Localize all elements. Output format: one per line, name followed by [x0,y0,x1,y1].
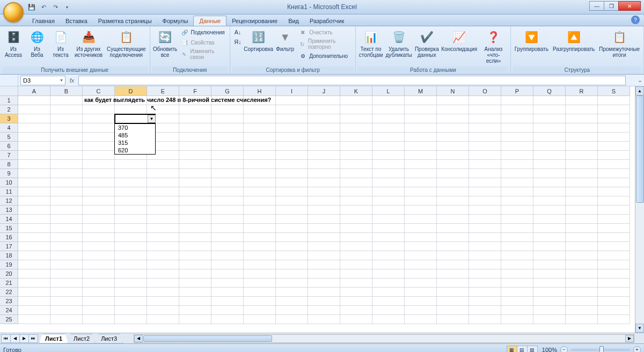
cell-D24[interactable] [115,306,147,315]
cell-J12[interactable] [308,196,340,206]
edit-links-button[interactable]: ✎Изменить связи [179,48,228,61]
row-header-12[interactable]: 12 [0,196,18,206]
cell-R4[interactable] [566,123,598,133]
horizontal-scrollbar[interactable]: ◀ ▶ [134,334,634,343]
cell-O15[interactable] [469,224,501,233]
cell-F23[interactable] [179,297,211,306]
cell-I7[interactable] [276,151,308,160]
cell-S13[interactable] [598,206,630,215]
cell-P6[interactable] [501,142,533,151]
cell-B16[interactable] [50,233,83,242]
cell-Q7[interactable] [533,151,566,160]
cell-R10[interactable] [566,178,598,187]
cell-O7[interactable] [469,151,501,160]
cell-K11[interactable] [340,187,372,196]
cell-O1[interactable] [469,96,501,105]
cell-A10[interactable] [18,178,50,187]
cell-O21[interactable] [469,278,501,288]
cell-Q8[interactable] [533,160,566,169]
cell-F7[interactable] [179,151,211,160]
cell-L2[interactable] [372,105,405,114]
cell-S25[interactable] [598,315,630,324]
cell-D10[interactable] [115,178,147,187]
cell-G19[interactable] [211,260,244,269]
cell-H25[interactable] [244,315,276,324]
tab-pagelayout[interactable]: Разметка страницы [93,16,157,26]
cell-M2[interactable] [405,105,437,114]
cell-D13[interactable] [115,206,147,215]
row-header-10[interactable]: 10 [0,178,18,187]
column-header-K[interactable]: K [340,86,372,96]
cell-E8[interactable] [147,160,179,169]
tab-data[interactable]: Данные [193,16,226,26]
cell-P19[interactable] [501,260,533,269]
cell-F14[interactable] [179,215,211,224]
cell-K14[interactable] [340,215,372,224]
cell-H3[interactable] [244,114,276,123]
cell-L19[interactable] [372,260,405,269]
cell-C23[interactable] [83,297,115,306]
cell-P13[interactable] [501,206,533,215]
cell-C15[interactable] [83,224,115,233]
cell-J5[interactable] [308,133,340,142]
cell-K7[interactable] [340,151,372,160]
cell-A8[interactable] [18,160,50,169]
cell-P1[interactable] [501,96,533,105]
cell-Q12[interactable] [533,196,566,206]
cell-H23[interactable] [244,297,276,306]
column-header-H[interactable]: H [244,86,276,96]
cell-P17[interactable] [501,242,533,251]
pagelayout-view-icon[interactable]: ▤ [517,346,528,353]
cell-G8[interactable] [211,160,244,169]
cell-J17[interactable] [308,242,340,251]
existing-conn-button[interactable]: 📋Существующие подключения [105,27,147,59]
cell-C16[interactable] [83,233,115,242]
worksheet-grid[interactable]: ABCDEFGHIJKLMNOPQRS 12345678910111213141… [0,86,644,333]
cell-P8[interactable] [501,160,533,169]
cell-H21[interactable] [244,278,276,288]
cell-Q24[interactable] [533,306,566,315]
cell-M3[interactable] [405,114,437,123]
cell-J20[interactable] [308,269,340,278]
scroll-thumb[interactable] [636,96,644,203]
from-text-button[interactable]: 📄Из текста [49,27,72,59]
column-header-D[interactable]: D [115,86,147,96]
cell-R11[interactable] [566,187,598,196]
cell-O22[interactable] [469,288,501,297]
cell-Q23[interactable] [533,297,566,306]
cell-M15[interactable] [405,224,437,233]
office-button[interactable] [3,2,24,23]
row-header-2[interactable]: 2 [0,105,18,114]
cell-J3[interactable] [308,114,340,123]
cell-S24[interactable] [598,306,630,315]
cell-B24[interactable] [50,306,83,315]
cell-B18[interactable] [50,251,83,260]
scroll-down-icon[interactable]: ▼ [635,324,644,333]
cell-O6[interactable] [469,142,501,151]
cell-S3[interactable] [598,114,630,123]
cell-D23[interactable] [115,297,147,306]
refresh-all-button[interactable]: 🔄Обновить все [152,27,178,59]
cell-R22[interactable] [566,288,598,297]
cell-O17[interactable] [469,242,501,251]
cell-M5[interactable] [405,133,437,142]
subtotal-button[interactable]: 📋Промежуточные итоги [597,27,641,59]
cell-G7[interactable] [211,151,244,160]
cell-J7[interactable] [308,151,340,160]
cell-S4[interactable] [598,123,630,133]
consolidate-button[interactable]: 📈Консолидация [441,27,478,53]
cell-J21[interactable] [308,278,340,288]
zoom-slider[interactable] [571,349,630,351]
cell-F20[interactable] [179,269,211,278]
cell-F25[interactable] [179,315,211,324]
cell-D8[interactable] [115,160,147,169]
filter-button[interactable]: ▼Фильтр [274,27,296,53]
cell-P5[interactable] [501,133,533,142]
cell-S23[interactable] [598,297,630,306]
cell-H7[interactable] [244,151,276,160]
column-header-M[interactable]: M [405,86,437,96]
cell-J15[interactable] [308,224,340,233]
group-button[interactable]: 🔽Группировать [513,27,550,53]
zoom-in-button[interactable]: + [633,346,641,353]
row-header-17[interactable]: 17 [0,242,18,251]
